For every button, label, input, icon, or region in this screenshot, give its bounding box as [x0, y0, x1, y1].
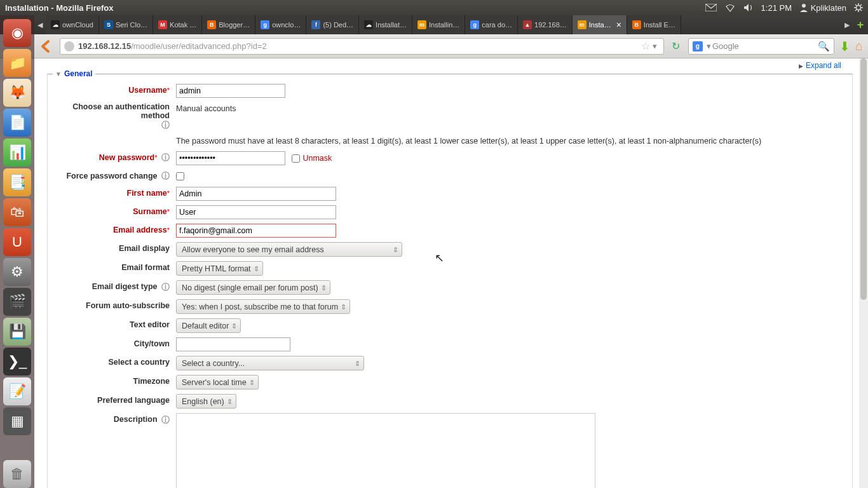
- forcechange-checkbox[interactable]: [176, 172, 184, 180]
- lang-select[interactable]: English (en): [176, 394, 236, 409]
- media-icon[interactable]: 🎬: [3, 288, 31, 316]
- emailformat-select[interactable]: Pretty HTML format: [176, 261, 263, 276]
- close-icon[interactable]: ×: [616, 20, 621, 30]
- favicon-icon: m: [578, 20, 587, 29]
- trash-icon[interactable]: 🗑: [3, 460, 31, 488]
- section-toggle[interactable]: ▼General: [53, 69, 95, 78]
- lang-label: Preferred language: [97, 396, 170, 405]
- impress-icon[interactable]: 📑: [3, 168, 31, 196]
- wifi-icon[interactable]: [724, 3, 736, 12]
- username-label: Username: [128, 86, 166, 95]
- tab-scroll-left[interactable]: ◀: [34, 15, 46, 34]
- city-input[interactable]: [176, 337, 290, 351]
- email-input[interactable]: [176, 224, 336, 238]
- emaildisplay-select[interactable]: Allow everyone to see my email address: [176, 242, 402, 257]
- terminal-icon[interactable]: ❯_: [3, 348, 31, 376]
- new-tab-button[interactable]: +: [853, 15, 868, 34]
- tab-label: cara do…: [482, 21, 512, 29]
- tab[interactable]: MKotak …: [153, 15, 202, 34]
- svg-line-10: [855, 10, 857, 11]
- tab-scroll-right[interactable]: ▶: [841, 15, 853, 34]
- svg-point-2: [857, 6, 861, 10]
- settings-icon[interactable]: ⚙: [3, 258, 31, 286]
- search-icon[interactable]: 🔍: [818, 41, 830, 52]
- surname-label: Surname: [133, 207, 167, 216]
- files-icon[interactable]: 📁: [3, 49, 31, 77]
- tab-label: Insta…: [589, 21, 611, 29]
- tab-label: Seri Clo…: [116, 21, 147, 29]
- favicon-icon: ☁: [51, 20, 60, 29]
- favicon-icon: f: [311, 20, 320, 29]
- favicon-icon: ☁: [364, 20, 373, 29]
- help-icon[interactable]: ⓘ: [161, 415, 170, 424]
- window-title: Installation - Mozilla Firefox: [5, 3, 113, 13]
- unmask-checkbox[interactable]: [292, 154, 300, 163]
- texteditor-select[interactable]: Default editor: [176, 318, 241, 333]
- tab[interactable]: ☁ownCloud: [46, 15, 99, 34]
- timezone-select[interactable]: Server's local time: [176, 375, 259, 390]
- tab[interactable]: ☁Installat…: [359, 15, 412, 34]
- browser-toolbar: 192.168.12.15/moodle/user/editadvanced.p…: [0, 34, 868, 58]
- help-icon[interactable]: ⓘ: [161, 171, 170, 180]
- tab-label: 192.168…: [534, 21, 567, 29]
- help-icon[interactable]: ⓘ: [161, 282, 170, 292]
- country-select[interactable]: Select a country...: [176, 356, 364, 370]
- reload-button[interactable]: ↻: [669, 40, 683, 52]
- newpassword-input[interactable]: [176, 151, 285, 165]
- user-menu[interactable]: Kpliklaten: [799, 3, 846, 13]
- emailformat-label: Email format: [121, 263, 170, 272]
- tab[interactable]: gownclo…: [255, 15, 306, 34]
- tab[interactable]: BInstall E…: [627, 15, 681, 34]
- expand-all-link[interactable]: Expand all: [44, 61, 859, 70]
- tab[interactable]: BBlogger…: [202, 15, 255, 34]
- workspace-icon[interactable]: ▦: [3, 407, 31, 435]
- forcechange-label: Force password change: [66, 172, 157, 180]
- password-hint: The password must have at least 8 charac…: [176, 137, 761, 146]
- home-icon[interactable]: ⌂: [855, 39, 863, 53]
- tab-label: (5) Ded…: [323, 21, 353, 29]
- downloads-icon[interactable]: ⬇: [839, 39, 850, 54]
- editor-icon[interactable]: 📝: [3, 377, 31, 405]
- autosubscribe-select[interactable]: Yes: when I post, subscribe me to that f…: [176, 299, 350, 314]
- texteditor-label: Text editor: [130, 320, 170, 329]
- unity-launcher: ◉ 📁 🦊 📄 📊 📑 🛍 U ⚙ 🎬 💾 ❯_ 📝 ▦ 🗑: [0, 15, 34, 488]
- tab[interactable]: gcara do…: [465, 15, 518, 34]
- browser-tabstrip: ◀ ☁ownCloudSSeri Clo…MKotak …BBlogger…go…: [0, 15, 868, 34]
- desktop-topbar: Installation - Mozilla Firefox 1:21 PM K…: [0, 0, 868, 15]
- city-label: City/town: [134, 339, 170, 348]
- dash-icon[interactable]: ◉: [3, 19, 31, 47]
- back-button[interactable]: [38, 38, 55, 55]
- emaildigest-select[interactable]: No digest (single email per forum post): [176, 280, 330, 295]
- calc-icon[interactable]: 📊: [3, 139, 31, 166]
- surname-input[interactable]: [176, 205, 336, 219]
- volume-icon[interactable]: [743, 3, 754, 12]
- tab[interactable]: mInstallin…: [412, 15, 465, 34]
- mail-icon[interactable]: [705, 4, 717, 11]
- favicon-icon: B: [632, 20, 641, 29]
- tab-active[interactable]: mInsta…×: [573, 15, 627, 34]
- svg-point-1: [802, 4, 806, 8]
- ubuntu-one-icon[interactable]: U: [3, 228, 31, 256]
- vertical-scrollbar[interactable]: [859, 58, 868, 488]
- tab-label: Kotak …: [170, 21, 196, 29]
- favicon-icon: M: [158, 20, 167, 29]
- software-center-icon[interactable]: 🛍: [3, 198, 31, 226]
- gear-icon[interactable]: [854, 3, 863, 12]
- bookmark-icon[interactable]: ☆: [641, 40, 650, 52]
- help-icon[interactable]: ⓘ: [161, 152, 170, 162]
- search-input[interactable]: g ▾ Google 🔍: [688, 38, 834, 55]
- clock[interactable]: 1:21 PM: [761, 3, 792, 13]
- description-editor[interactable]: [176, 413, 595, 488]
- country-label: Select a country: [108, 358, 170, 367]
- username-input[interactable]: [176, 84, 285, 98]
- tab[interactable]: ▲192.168…: [518, 15, 573, 34]
- firefox-icon[interactable]: 🦊: [3, 79, 31, 107]
- newpassword-label: New password: [99, 153, 155, 162]
- disk-icon[interactable]: 💾: [3, 318, 31, 346]
- url-input[interactable]: 192.168.12.15/moodle/user/editadvanced.p…: [60, 38, 664, 55]
- writer-icon[interactable]: 📄: [3, 109, 31, 137]
- help-icon[interactable]: ⓘ: [161, 120, 170, 130]
- tab[interactable]: SSeri Clo…: [99, 15, 153, 34]
- firstname-input[interactable]: [176, 187, 336, 201]
- tab[interactable]: f(5) Ded…: [306, 15, 359, 34]
